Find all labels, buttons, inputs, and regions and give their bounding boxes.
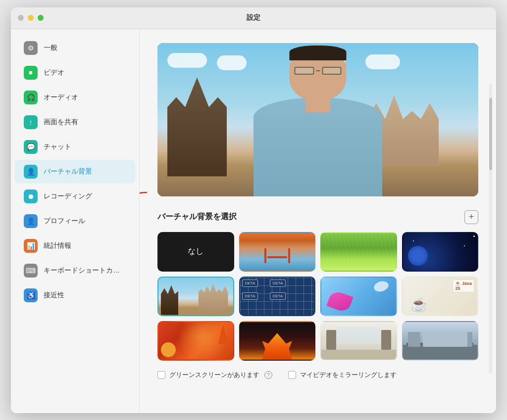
proximity-icon: ♿ <box>24 288 38 302</box>
keyboard-icon: ⌨ <box>24 264 38 278</box>
sidebar-label-general: 一般 <box>44 44 57 52</box>
bg-thumb-grid[interactable]: DETA DETA DETA DETA <box>239 277 316 316</box>
scrollbar-thumb <box>489 98 492 171</box>
person-hair <box>290 46 347 60</box>
sidebar-label-recording: レコーディング <box>44 192 92 201</box>
virtual-icon: 👤 <box>24 165 38 179</box>
sidebar-label-chat: チャット <box>44 142 71 151</box>
selected-thumb-building <box>161 285 178 315</box>
bg-thumb-fire[interactable] <box>239 321 316 361</box>
window-controls <box>18 15 44 21</box>
bg-thumb-carnival[interactable] <box>157 321 234 361</box>
window-title: 設定 <box>247 13 260 22</box>
chat-icon: 💬 <box>24 140 38 154</box>
sidebar-item-stats[interactable]: 📊 統計情報 <box>15 234 135 258</box>
person-preview <box>254 53 382 196</box>
scrollbar-track[interactable] <box>489 84 492 373</box>
sidebar-label-proximity: 接近性 <box>44 291 64 300</box>
cloud-2 <box>217 55 247 70</box>
sidebar-item-share[interactable]: ↑ 画面を共有 <box>15 110 135 134</box>
recording-icon: ⏺ <box>24 189 38 203</box>
sidebar-item-video[interactable]: ■ ビデオ <box>15 61 135 85</box>
sidebar: ⚙ 一般 ■ ビデオ 🎧 オーディオ ↑ 画面を共有 💬 チャット 👤 <box>11 29 140 413</box>
sidebar-label-stats: 統計情報 <box>44 241 71 250</box>
main-content: ⚙ 一般 ■ ビデオ 🎧 オーディオ ↑ 画面を共有 💬 チャット 👤 <box>11 29 496 413</box>
person-head <box>290 46 347 100</box>
sidebar-item-recording[interactable]: ⏺ レコーディング <box>15 185 135 208</box>
sidebar-label-video: ビデオ <box>44 68 64 77</box>
selected-thumb-castle <box>199 280 228 310</box>
section-title: バーチャル背景を選択 <box>157 212 237 222</box>
audio-icon: 🎧 <box>24 91 38 104</box>
arrow-annotation <box>140 187 152 214</box>
mirror-video-label: マイビデオをミラーリングします <box>300 371 397 379</box>
bg-thumb-java[interactable]: ☕ Java25 ☕ <box>402 277 479 316</box>
sidebar-item-general[interactable]: ⚙ 一般 <box>15 36 135 60</box>
stats-icon: 📊 <box>24 239 38 253</box>
bg-thumb-space[interactable] <box>402 232 479 272</box>
green-screen-checkbox-box[interactable] <box>157 371 165 379</box>
green-screen-help-icon[interactable]: ? <box>264 371 272 379</box>
sidebar-item-keyboard[interactable]: ⌨ キーボードショートカ… <box>15 259 135 282</box>
mirror-video-checkbox[interactable]: マイビデオをミラーリングします <box>288 371 397 379</box>
green-screen-checkbox[interactable]: グリーンスクリーンがあります ? <box>157 371 272 379</box>
video-preview <box>157 43 478 196</box>
bg-thumb-none[interactable]: なし <box>157 232 234 272</box>
bg-thumb-conference[interactable] <box>402 321 479 361</box>
earth-ball <box>408 246 428 266</box>
person-body <box>254 97 382 196</box>
java-badge: ☕ Java25 <box>453 280 474 292</box>
green-screen-label: グリーンスクリーンがあります <box>169 371 259 379</box>
bird-shape <box>372 280 389 293</box>
bg-thumb-golden-gate[interactable] <box>239 232 316 272</box>
main-panel: バーチャル背景を選択 + なし <box>140 29 496 413</box>
checkboxes: グリーンスクリーンがあります ? マイビデオをミラーリングします <box>157 371 478 379</box>
cloud-1 <box>167 53 207 68</box>
person-glasses <box>295 66 342 75</box>
add-background-button[interactable]: + <box>464 210 478 224</box>
sidebar-label-profile: プロフィール <box>44 217 85 226</box>
bridge-elements <box>240 248 315 263</box>
fish-shape <box>326 289 353 313</box>
sidebar-item-virtual[interactable]: 👤 バーチャル背景 <box>15 160 135 184</box>
sidebar-label-keyboard: キーボードショートカ… <box>44 266 120 275</box>
titlebar: 設定 <box>11 7 496 29</box>
settings-window: 設定 ⚙ 一般 ■ ビデオ 🎧 オーディオ ↑ 画面を共有 💬 チ <box>11 7 496 413</box>
minimize-button[interactable] <box>28 15 34 21</box>
share-icon: ↑ <box>24 115 38 129</box>
maximize-button[interactable] <box>38 15 44 21</box>
sidebar-label-virtual: バーチャル背景 <box>44 167 92 176</box>
close-button[interactable] <box>18 15 24 21</box>
section-header: バーチャル背景を選択 + <box>157 210 478 224</box>
profile-icon: 👤 <box>24 214 38 228</box>
sidebar-item-profile[interactable]: 👤 プロフィール <box>15 209 135 233</box>
general-icon: ⚙ <box>24 41 38 55</box>
bg-thumb-office[interactable] <box>320 321 397 361</box>
video-icon: ■ <box>24 66 38 80</box>
sidebar-label-audio: オーディオ <box>44 93 78 102</box>
sidebar-item-chat[interactable]: 💬 チャット <box>15 135 135 159</box>
sidebar-item-audio[interactable]: 🎧 オーディオ <box>15 86 135 109</box>
bg-thumb-birds[interactable] <box>320 277 397 316</box>
bg-thumb-current[interactable] <box>157 277 234 316</box>
mirror-video-checkbox-box[interactable] <box>288 371 296 379</box>
sidebar-item-proximity[interactable]: ♿ 接近性 <box>15 283 135 307</box>
sidebar-label-share: 画面を共有 <box>44 118 78 127</box>
bg-thumb-grass[interactable] <box>320 232 397 272</box>
background-grid: なし <box>157 232 478 361</box>
